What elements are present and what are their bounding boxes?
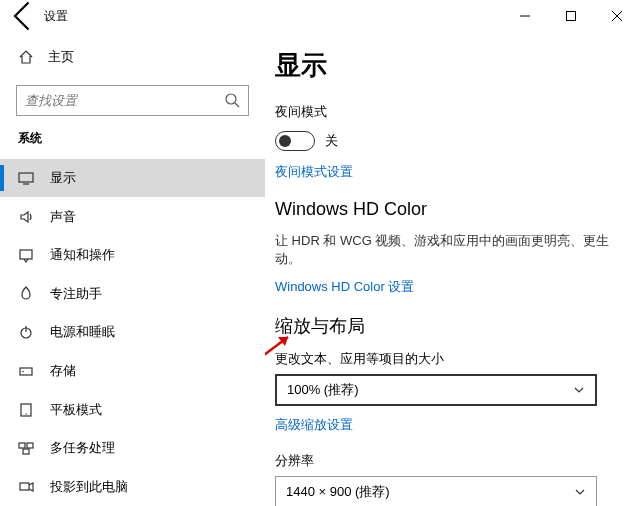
titlebar: 设置 — [0, 0, 640, 32]
tablet-icon — [18, 402, 34, 418]
sidebar-item-label: 存储 — [50, 362, 76, 380]
sidebar-item-label: 声音 — [50, 208, 76, 226]
arrow-left-icon — [6, 0, 42, 34]
sidebar-group-label: 系统 — [0, 130, 265, 159]
hd-color-settings-link[interactable]: Windows HD Color 设置 — [275, 278, 616, 296]
scale-label: 更改文本、应用等项目的大小 — [275, 350, 616, 368]
minimize-icon — [520, 11, 530, 21]
window-title: 设置 — [44, 8, 68, 25]
svg-line-5 — [235, 103, 239, 107]
night-light-label: 夜间模式 — [275, 103, 616, 121]
chevron-down-icon — [573, 384, 585, 396]
svg-point-12 — [22, 371, 24, 373]
resolution-dropdown[interactable]: 1440 × 900 (推荐) — [275, 476, 597, 506]
resolution-label: 分辨率 — [275, 452, 616, 470]
svg-rect-16 — [27, 443, 33, 448]
content-pane: 显示 夜间模式 关 夜间模式设置 Windows HD Color 让 HDR … — [265, 32, 640, 506]
page-title: 显示 — [275, 48, 616, 83]
svg-rect-1 — [567, 12, 576, 21]
maximize-button[interactable] — [548, 0, 594, 32]
search-input[interactable] — [25, 93, 224, 108]
notification-icon — [18, 247, 34, 263]
power-icon — [18, 324, 34, 340]
toggle-state-label: 关 — [325, 132, 338, 150]
sidebar-item-label: 专注助手 — [50, 285, 102, 303]
svg-point-14 — [25, 413, 26, 414]
svg-rect-15 — [19, 443, 25, 448]
scale-dropdown-value: 100% (推荐) — [287, 381, 359, 399]
sidebar-item-label: 多任务处理 — [50, 439, 115, 457]
night-light-toggle[interactable] — [275, 131, 315, 151]
sidebar-item-tablet[interactable]: 平板模式 — [0, 390, 265, 429]
svg-rect-18 — [20, 483, 29, 490]
sidebar-item-multitask[interactable]: 多任务处理 — [0, 429, 265, 468]
sidebar-item-label: 显示 — [50, 169, 76, 187]
chevron-down-icon — [574, 486, 586, 498]
scale-dropdown[interactable]: 100% (推荐) — [275, 374, 597, 406]
sound-icon — [18, 209, 34, 225]
sidebar-item-label: 投影到此电脑 — [50, 478, 128, 496]
svg-rect-17 — [23, 449, 29, 454]
sidebar-item-label: 电源和睡眠 — [50, 323, 115, 341]
night-light-settings-link[interactable]: 夜间模式设置 — [275, 163, 616, 181]
sidebar-item-notifications[interactable]: 通知和操作 — [0, 236, 265, 275]
svg-point-4 — [226, 94, 236, 104]
sidebar-home[interactable]: 主页 — [0, 40, 265, 75]
sidebar-item-project[interactable]: 投影到此电脑 — [0, 467, 265, 506]
sidebar-item-focus[interactable]: 专注助手 — [0, 274, 265, 313]
svg-rect-6 — [19, 173, 33, 182]
multitask-icon — [18, 440, 34, 456]
close-icon — [612, 11, 622, 21]
maximize-icon — [566, 11, 576, 21]
sidebar-item-power[interactable]: 电源和睡眠 — [0, 313, 265, 352]
advanced-scale-link[interactable]: 高级缩放设置 — [275, 416, 616, 434]
resolution-dropdown-value: 1440 × 900 (推荐) — [286, 483, 390, 501]
minimize-button[interactable] — [502, 0, 548, 32]
sidebar-item-label: 通知和操作 — [50, 246, 115, 264]
svg-marker-20 — [278, 337, 288, 346]
close-button[interactable] — [594, 0, 640, 32]
sidebar-item-sound[interactable]: 声音 — [0, 197, 265, 236]
display-icon — [18, 170, 34, 186]
hd-color-heading: Windows HD Color — [275, 199, 616, 220]
svg-rect-8 — [20, 250, 32, 259]
search-box[interactable] — [16, 85, 249, 116]
svg-rect-11 — [20, 368, 32, 375]
home-label: 主页 — [48, 48, 74, 66]
project-icon — [18, 479, 34, 495]
sidebar-item-storage[interactable]: 存储 — [0, 352, 265, 391]
scale-heading: 缩放与布局 — [275, 314, 616, 338]
back-button[interactable] — [6, 0, 42, 32]
storage-icon — [18, 363, 34, 379]
sidebar-item-display[interactable]: 显示 — [0, 159, 265, 198]
hd-color-description: 让 HDR 和 WCG 视频、游戏和应用中的画面更明亮、更生动。 — [275, 232, 616, 268]
sidebar: 主页 系统 显示 声音 通知和操作 专注助手 电源和睡眠 存储 — [0, 32, 265, 506]
search-icon — [224, 92, 240, 108]
sidebar-item-label: 平板模式 — [50, 401, 102, 419]
focus-icon — [18, 286, 34, 302]
home-icon — [18, 49, 34, 65]
